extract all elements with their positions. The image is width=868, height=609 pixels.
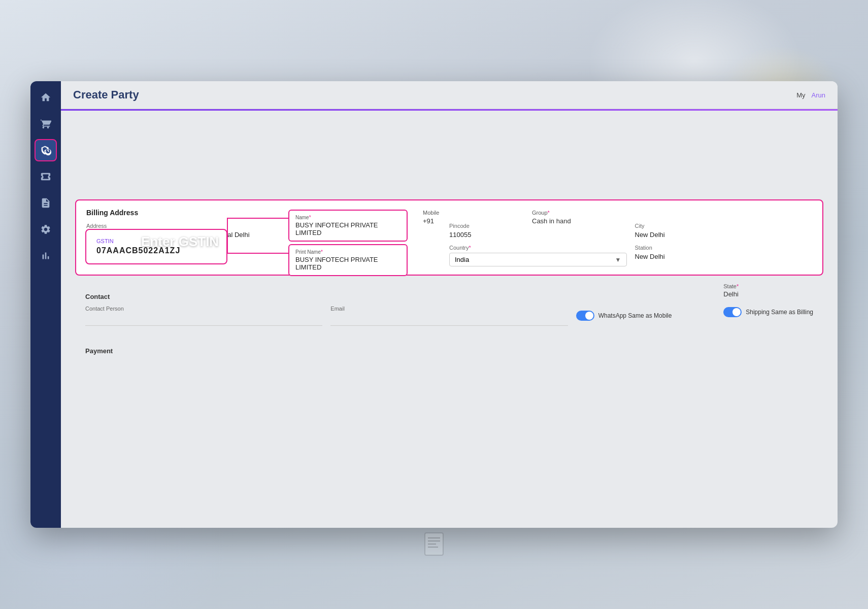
shipping-toggle-row: Shipping Same as Billing (723, 307, 813, 317)
shipping-toggle[interactable] (723, 307, 742, 317)
print-name-field-box: Print Name* BUSY INFOTECH PRIVATE LIMITE… (288, 244, 408, 276)
email-label: Email (330, 306, 567, 312)
payment-section: Payment (75, 340, 823, 367)
sidebar-item-chart[interactable] (35, 245, 57, 267)
header-user-label: Arun (812, 91, 825, 99)
form-wrapper: GSTIN 07AAACB5022A1ZJ Enter GSTIN Name* … (75, 199, 823, 453)
header: Create Party My Arun (61, 81, 838, 109)
contact-grid: Contact Person Email WhatsApp Same as Mo… (85, 306, 813, 326)
whatsapp-toggle[interactable] (576, 311, 594, 321)
enter-gstin-label: Enter GSTIN (141, 234, 219, 250)
pincode-field: Pincode 110055 (449, 223, 627, 239)
sidebar-item-cart[interactable] (35, 113, 57, 135)
main-content: Create Party My Arun GSTIN 07AAACB5022A1… (61, 81, 838, 528)
sidebar-item-reports[interactable] (35, 192, 57, 214)
contact-person-input[interactable] (85, 314, 322, 326)
station-value[interactable]: New Delhi (635, 253, 813, 260)
state-label: State* (723, 283, 813, 289)
chevron-down-icon: ▼ (615, 256, 621, 263)
email-input[interactable] (330, 314, 567, 326)
contact-title: Contact (85, 293, 813, 300)
group-field: Group* Cash in hand (532, 210, 571, 225)
state-value[interactable]: Delhi (723, 290, 813, 298)
country-select[interactable]: India ▼ (449, 253, 627, 266)
station-field: Station New Delhi (635, 245, 813, 266)
whatsapp-toggle-label: WhatsApp Same as Mobile (598, 312, 672, 319)
city-value[interactable]: New Delhi (635, 231, 813, 239)
sidebar-item-voucher[interactable] (35, 165, 57, 188)
sidebar-item-settings[interactable] (35, 218, 57, 241)
line-print-h (227, 253, 289, 254)
group-value[interactable]: Cash in hand (532, 217, 571, 225)
city-label: City (635, 223, 813, 229)
pincode-value[interactable]: 110055 (449, 231, 627, 239)
mobile-label: Mobile (423, 210, 439, 216)
name-field-label: Name* (295, 215, 400, 220)
contact-section: Contact Contact Person Email WhatsApp (75, 286, 823, 333)
sidebar-item-party[interactable] (35, 139, 57, 161)
sidebar-item-home[interactable] (35, 86, 57, 109)
state-field: State* Delhi (723, 283, 813, 298)
billing-title: Billing Address (86, 209, 812, 217)
mobile-value[interactable]: +91 (423, 217, 439, 225)
app-window: Create Party My Arun GSTIN 07AAACB5022A1… (30, 81, 838, 528)
station-label: Station (635, 245, 813, 251)
email-field: Email (330, 306, 567, 326)
country-value: India (455, 256, 469, 263)
group-label: Group* (532, 210, 571, 216)
shipping-toggle-label: Shipping Same as Billing (746, 309, 813, 316)
country-field: Country* India ▼ (449, 245, 627, 266)
payment-title: Payment (85, 347, 813, 355)
contact-person-label: Contact Person (85, 306, 322, 312)
city-field: City New Delhi (635, 223, 813, 239)
bottom-watermark (424, 532, 444, 558)
page-title: Create Party (73, 88, 139, 101)
print-name-field-label: Print Name* (295, 249, 400, 255)
header-my-label: My (796, 91, 805, 99)
mobile-field: Mobile +91 (423, 210, 439, 225)
name-field-box: Name* BUSY INFOTECH PRIVATE LIMITED (288, 210, 408, 242)
line-name-h (227, 218, 289, 219)
header-right: My Arun (796, 91, 825, 99)
contact-person-field: Contact Person (85, 306, 322, 326)
form-area: GSTIN 07AAACB5022A1ZJ Enter GSTIN Name* … (61, 111, 838, 528)
print-name-field-value[interactable]: BUSY INFOTECH PRIVATE LIMITED (295, 256, 400, 271)
country-label: Country* (449, 245, 627, 251)
name-field-value[interactable]: BUSY INFOTECH PRIVATE LIMITED (295, 221, 400, 236)
sidebar (30, 81, 61, 528)
state-section: State* Delhi Shipping Same as Billing (723, 283, 813, 317)
